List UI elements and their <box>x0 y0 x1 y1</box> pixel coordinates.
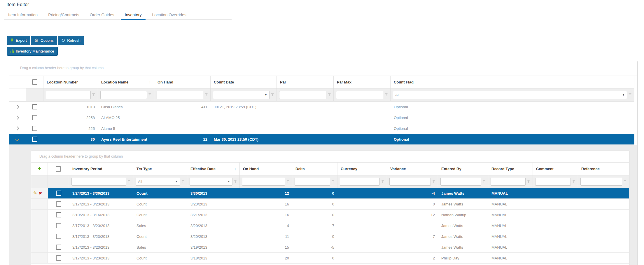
collapse-row-icon[interactable] <box>15 137 19 141</box>
filter-funnel-icon[interactable] <box>234 180 237 183</box>
tab-pricing-contracts[interactable]: Pricing/Contracts <box>44 11 83 20</box>
filter-input-delta[interactable] <box>297 178 328 185</box>
filter-funnel-icon[interactable] <box>127 180 131 183</box>
transaction-row[interactable]: 3/17/2013 - 3/23/2013Count3/23/20131600J… <box>31 199 629 210</box>
transaction-row[interactable]: 3/24/2013 - 3/30/2013Count3/30/2013120-4… <box>31 188 629 199</box>
filter-funnel-icon[interactable] <box>286 180 290 183</box>
transaction-row[interactable]: 3/17/2013 - 3/23/2013Count3/18/20132002P… <box>31 253 629 264</box>
filter-input-on-hand[interactable] <box>244 178 283 185</box>
filter-funnel-icon[interactable] <box>482 180 486 183</box>
filter-input-location-number[interactable] <box>48 91 88 99</box>
filter-input-par[interactable] <box>281 91 324 99</box>
filter-on-hand-input[interactable] <box>242 178 285 186</box>
column-header-delta[interactable]: Delta <box>292 163 337 175</box>
expand-row-icon[interactable] <box>15 105 19 109</box>
filter-input-on-hand[interactable] <box>159 91 201 99</box>
filter-funnel-icon[interactable] <box>332 180 335 183</box>
column-header-inventory_period[interactable]: Inventory Period <box>69 163 133 175</box>
select-all-checkbox[interactable] <box>56 166 61 172</box>
transaction-row[interactable]: 3/17/2013 - 3/23/2013Sales3/19/201315-5J… <box>31 242 629 253</box>
column-header-count_flag[interactable]: Count Flag <box>391 76 634 88</box>
filter-funnel-icon[interactable] <box>328 93 331 97</box>
export-button[interactable]: Export <box>7 36 30 45</box>
options-button[interactable]: Options <box>31 36 57 45</box>
tab-inventory[interactable]: Inventory <box>121 11 146 20</box>
column-header-location_number[interactable]: Location Number <box>43 76 98 88</box>
transaction-row[interactable]: 3/10/2013 - 3/16/2013Count3/21/201316012… <box>31 210 629 220</box>
filter-count-flag-select[interactable]: All▼ <box>393 91 627 99</box>
expand-row-icon[interactable] <box>15 126 19 130</box>
row-checkbox[interactable] <box>56 245 61 250</box>
filter-input-entered-by[interactable] <box>443 178 479 185</box>
filter-funnel-icon[interactable] <box>205 93 208 97</box>
filter-record-type-input[interactable] <box>491 178 526 186</box>
column-header-currency[interactable]: Currency <box>337 163 387 175</box>
filter-comment-input[interactable] <box>535 178 571 186</box>
row-checkbox[interactable] <box>56 255 61 261</box>
tab-item-information[interactable]: Item Information <box>4 11 42 20</box>
column-header-effective_date[interactable]: Effective Date <box>187 163 240 175</box>
column-header-par[interactable]: Par <box>277 76 334 88</box>
delete-row-icon[interactable] <box>38 191 42 196</box>
column-header-variance[interactable]: Variance <box>387 163 438 175</box>
edit-row-icon[interactable] <box>33 191 37 196</box>
filter-location-number-input[interactable] <box>46 91 91 99</box>
filter-funnel-icon[interactable] <box>385 93 388 97</box>
filter-on-hand-input[interactable] <box>157 91 203 99</box>
row-checkbox[interactable] <box>56 201 61 207</box>
transaction-row[interactable]: 3/17/2013 - 3/23/2013Count3/20/20131107J… <box>31 231 629 242</box>
select-all-checkbox[interactable] <box>32 79 37 85</box>
column-header-entered_by[interactable]: Entered By <box>438 163 488 175</box>
filter-funnel-icon[interactable] <box>271 93 274 97</box>
row-checkbox[interactable] <box>56 212 61 217</box>
location-row[interactable]: 225Alamo 5Optional <box>9 123 634 134</box>
column-header-on_hand[interactable]: On Hand <box>240 163 292 175</box>
row-checkbox[interactable] <box>32 126 37 131</box>
location-row[interactable]: 30Ayers Reel Entertainment12Mar 30, 2013… <box>9 134 634 145</box>
column-header-count_date[interactable]: Count Date <box>211 76 277 88</box>
row-checkbox[interactable] <box>32 104 37 109</box>
row-checkbox[interactable] <box>32 115 37 120</box>
filter-funnel-icon[interactable] <box>148 93 152 97</box>
filter-effective-date-date-picker[interactable]: ▼ <box>190 178 232 186</box>
inventory-maintenance-button[interactable]: Inventory Maintenance <box>7 47 58 56</box>
filter-funnel-icon[interactable] <box>572 180 575 183</box>
tab-location-overrides[interactable]: Location Overrides <box>148 11 190 20</box>
filter-location-name-input[interactable] <box>100 91 147 99</box>
tab-order-guides[interactable]: Order Guides <box>86 11 118 20</box>
filter-par-max-input[interactable] <box>336 91 383 99</box>
filter-funnel-icon[interactable] <box>92 93 95 97</box>
add-row-icon[interactable] <box>38 167 41 171</box>
filter-funnel-icon[interactable] <box>629 93 632 97</box>
filter-input-reference[interactable] <box>583 178 620 185</box>
location-row[interactable]: 2258ALAMO 25Optional <box>9 112 634 123</box>
filter-funnel-icon[interactable] <box>527 180 530 183</box>
filter-input-location-name[interactable] <box>103 91 145 99</box>
expand-row-icon[interactable] <box>15 116 19 120</box>
filter-input-comment[interactable] <box>538 178 568 185</box>
column-header-trx_type[interactable]: Trx Type <box>133 163 187 175</box>
filter-delta-input[interactable] <box>295 178 330 186</box>
filter-input-record-type[interactable] <box>493 178 523 185</box>
column-header-record_type[interactable]: Record Type <box>488 163 533 175</box>
filter-input-currency[interactable] <box>342 178 377 185</box>
filter-count-date-date-picker[interactable]: ▼ <box>213 91 270 99</box>
filter-par-input[interactable] <box>279 91 326 99</box>
column-header-par_max[interactable]: Par Max <box>334 76 391 88</box>
refresh-button[interactable]: Refresh <box>58 36 84 45</box>
transaction-row[interactable]: 3/17/2013 - 3/23/2013Sales3/20/20134-7Ja… <box>31 220 629 231</box>
column-header-reference[interactable]: Reference <box>578 163 629 175</box>
filter-entered-by-input[interactable] <box>440 178 481 186</box>
column-header-on_hand[interactable]: On Hand <box>154 76 211 88</box>
row-checkbox[interactable] <box>32 137 37 142</box>
filter-input-par-max[interactable] <box>338 91 381 99</box>
filter-inventory-period-input[interactable] <box>71 178 126 186</box>
filter-funnel-icon[interactable] <box>432 180 435 183</box>
filter-input-inventory-period[interactable] <box>74 178 124 185</box>
location-row[interactable]: 1010Casa Blanca411Jul 21, 2019 23:59 (CD… <box>9 102 634 112</box>
filter-funnel-icon[interactable] <box>181 180 185 183</box>
column-header-location_name[interactable]: Location Name <box>98 76 154 88</box>
filter-funnel-icon[interactable] <box>381 180 384 183</box>
column-header-comment[interactable]: Comment <box>533 163 578 175</box>
row-checkbox[interactable] <box>56 191 61 196</box>
